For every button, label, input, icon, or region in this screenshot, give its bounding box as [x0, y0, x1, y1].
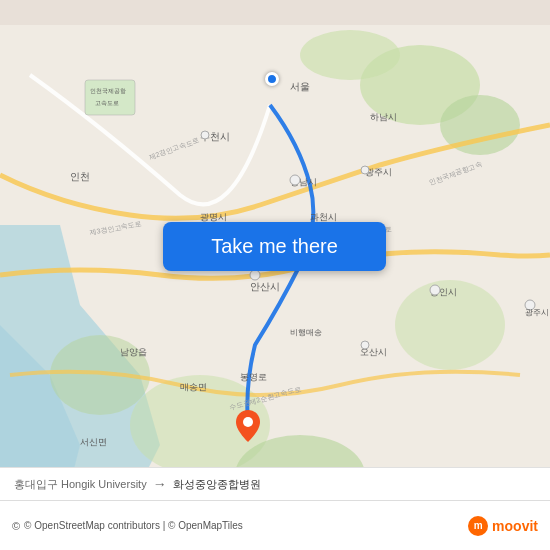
- from-station-label: 홍대입구 Hongik University: [14, 477, 147, 492]
- svg-text:인천국제공항: 인천국제공항: [90, 88, 126, 94]
- attribution-section: © © OpenStreetMap contributors | © OpenM…: [12, 520, 243, 532]
- svg-point-45: [243, 417, 253, 427]
- copyright-icon: ©: [12, 520, 20, 532]
- moovit-logo-icon: m: [468, 516, 488, 536]
- svg-text:광명시: 광명시: [200, 212, 227, 222]
- bottom-bar: © © OpenStreetMap contributors | © OpenM…: [0, 500, 550, 550]
- svg-point-40: [361, 341, 369, 349]
- svg-point-36: [361, 166, 369, 174]
- svg-text:서신면: 서신면: [80, 437, 107, 447]
- destination-marker: [236, 410, 260, 442]
- svg-text:안산시: 안산시: [250, 281, 280, 292]
- moovit-brand-text: moovit: [492, 518, 538, 534]
- svg-text:비행매송: 비행매송: [290, 328, 322, 337]
- svg-text:고속도로: 고속도로: [95, 100, 119, 106]
- svg-text:서울: 서울: [290, 81, 310, 92]
- svg-point-34: [201, 131, 209, 139]
- to-station-label: 화성중앙종합병원: [173, 477, 261, 492]
- origin-marker: [265, 72, 279, 86]
- svg-point-5: [300, 30, 400, 80]
- from-to-bar: 홍대입구 Hongik University → 화성중앙종합병원: [0, 467, 550, 500]
- svg-point-39: [430, 285, 440, 295]
- svg-text:인천: 인천: [70, 171, 90, 182]
- svg-point-37: [250, 270, 260, 280]
- svg-text:봉영로: 봉영로: [240, 372, 267, 382]
- svg-text:남양읍: 남양읍: [120, 347, 147, 357]
- moovit-logo-section: m moovit: [468, 516, 538, 536]
- svg-text:과천시: 과천시: [310, 212, 337, 222]
- attribution-text: © OpenStreetMap contributors | © OpenMap…: [24, 520, 243, 531]
- svg-text:하남시: 하남시: [370, 112, 397, 122]
- svg-text:광주시: 광주시: [525, 308, 549, 317]
- moovit-logo: m moovit: [468, 516, 538, 536]
- take-me-there-button[interactable]: Take me there: [163, 222, 386, 271]
- svg-text:매송면: 매송면: [180, 382, 207, 392]
- svg-point-35: [290, 175, 300, 185]
- svg-rect-31: [85, 80, 135, 115]
- direction-arrow-icon: →: [153, 476, 167, 492]
